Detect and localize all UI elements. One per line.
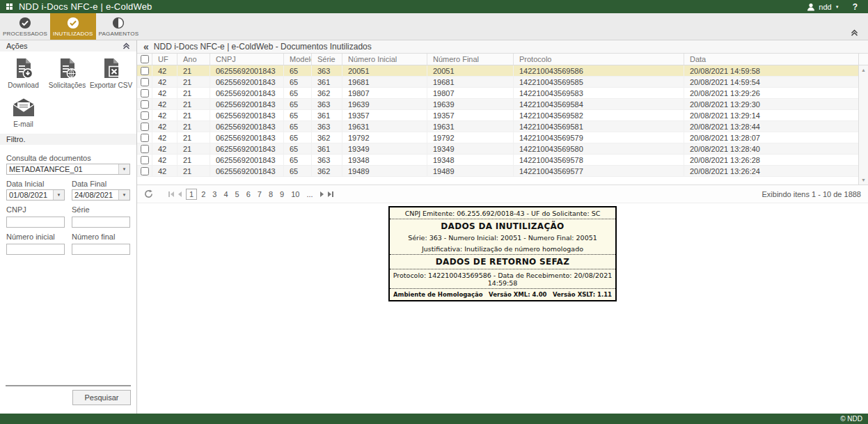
row-checkbox[interactable] <box>141 123 149 131</box>
column-header-uf[interactable]: UF <box>152 54 177 65</box>
apps-grid-icon[interactable] <box>6 3 13 10</box>
select-all-checkbox[interactable] <box>141 55 149 63</box>
pesquisar-button[interactable]: Pesquisar <box>72 390 131 405</box>
row-checkbox[interactable] <box>141 100 149 109</box>
page-button-6[interactable]: 6 <box>244 189 253 199</box>
table-row[interactable]: 4221062556920018436536219489194891422100… <box>137 166 868 177</box>
page-button-1[interactable]: 1 <box>186 189 197 200</box>
column-header-numero-inicial[interactable]: Número Inicial <box>342 54 427 65</box>
collapse-actions-icon[interactable] <box>123 42 130 49</box>
row-checkbox[interactable] <box>141 67 149 75</box>
user-name: ndd <box>819 3 831 11</box>
data-final-dropdown[interactable]: 24/08/2021 ▼ <box>72 189 130 201</box>
row-checkbox[interactable] <box>141 134 149 142</box>
first-page-button[interactable] <box>168 191 174 197</box>
sidebar: Ações Download <box>0 40 137 414</box>
table-row[interactable]: 4221062556920018436536119349193491422100… <box>137 143 868 155</box>
cell-ni: 19807 <box>342 88 427 98</box>
check-circle-icon <box>19 17 31 29</box>
cell-dt: 20/08/2021 13:28:40 <box>684 143 868 154</box>
download-action[interactable]: Download <box>1 57 45 89</box>
row-checkbox[interactable] <box>141 156 149 164</box>
page-button-4[interactable]: 4 <box>221 189 230 199</box>
column-header-protocolo[interactable]: Protocolo <box>514 54 684 65</box>
row-checkbox[interactable] <box>141 167 149 175</box>
preview-ambiente: Ambiente de Homologação <box>393 291 483 298</box>
next-page-button[interactable] <box>320 191 324 197</box>
page-button-3[interactable]: 3 <box>210 189 219 199</box>
row-checkbox[interactable] <box>141 89 149 97</box>
table-row[interactable]: 4221062556920018436536320051200511422100… <box>137 65 868 77</box>
solicitacoes-action[interactable]: Solicitações <box>45 57 89 89</box>
row-checkbox[interactable] <box>141 111 149 120</box>
data-inicial-dropdown[interactable]: 01/08/2021 ▼ <box>6 189 65 201</box>
cell-ser: 362 <box>312 88 342 98</box>
column-header-data[interactable]: Data <box>684 54 858 65</box>
numero-inicial-input[interactable] <box>6 244 65 255</box>
refresh-icon[interactable] <box>144 189 153 198</box>
collapse-sidebar-icon[interactable]: « <box>143 42 149 52</box>
chevron-down-icon[interactable]: ▼ <box>118 190 129 200</box>
table-row[interactable]: 4221062556920018436536319639196391422100… <box>137 99 868 110</box>
page-button-9[interactable]: 9 <box>277 189 287 199</box>
cell-ser: 361 <box>312 110 342 120</box>
cell-cnpj: 06255692001843 <box>210 132 284 143</box>
cell-ano: 21 <box>177 65 210 76</box>
page-button-8[interactable]: 8 <box>266 189 276 199</box>
column-header-serie[interactable]: Série <box>312 54 342 65</box>
scroll-up-icon[interactable]: ▲ <box>861 68 866 72</box>
collapse-toolbar-icon[interactable] <box>851 29 868 40</box>
page-button-2[interactable]: 2 <box>198 189 208 199</box>
user-menu[interactable]: ndd ▼ <box>807 3 839 11</box>
chevron-down-icon[interactable]: ▼ <box>53 190 64 200</box>
page-button-10[interactable]: 10 <box>288 189 302 199</box>
page-button-...[interactable]: ... <box>303 189 315 199</box>
filter-form: Consulta de documentos METADATANFCE_01 ▼… <box>0 145 136 259</box>
cell-cnpj: 06255692001843 <box>210 155 284 165</box>
numero-final-input[interactable] <box>72 244 130 255</box>
column-header-numero-final[interactable]: Número Final <box>427 54 514 65</box>
cell-ano: 21 <box>177 77 210 87</box>
tab-processados[interactable]: PROCESSADOS <box>0 13 50 40</box>
table-row[interactable]: 4221062556920018436536319348193481422100… <box>137 155 868 166</box>
serie-input[interactable] <box>72 217 130 228</box>
page-button-5[interactable]: 5 <box>232 189 242 199</box>
consulta-dropdown[interactable]: METADATANFCE_01 ▼ <box>6 164 130 175</box>
cell-mod: 65 <box>284 132 312 143</box>
tab-pagamentos[interactable]: PAGAMENTOS <box>96 13 142 40</box>
table-row[interactable]: 4221062556920018436536319631196311422100… <box>137 121 868 132</box>
row-checkbox-cell <box>137 65 152 76</box>
chevron-down-icon[interactable]: ▼ <box>118 164 129 174</box>
column-header-ano[interactable]: Ano <box>177 54 210 65</box>
column-header-modelo[interactable]: Modelo <box>284 54 312 65</box>
cell-ni: 19681 <box>342 77 427 87</box>
column-header-cnpj[interactable]: CNPJ <box>210 54 284 65</box>
page-button-7[interactable]: 7 <box>255 189 265 199</box>
preview-protocolo-line: Protocolo: 142210043569586 - Data de Rec… <box>390 269 615 289</box>
cell-ano: 21 <box>177 110 210 120</box>
help-button[interactable]: ? <box>853 2 858 12</box>
cell-pr: 142210043569582 <box>514 110 684 120</box>
table-row[interactable]: 4221062556920018436536119681196811422100… <box>137 77 868 88</box>
previous-page-button[interactable] <box>178 191 182 197</box>
scroll-down-icon[interactable]: ▼ <box>861 178 866 182</box>
cell-nf: 19792 <box>427 132 514 143</box>
table-row[interactable]: 4221062556920018436536119357193571422100… <box>137 110 868 121</box>
vertical-scrollbar[interactable]: ▲ ▼ <box>858 65 868 184</box>
last-page-button[interactable] <box>328 191 333 197</box>
table-row[interactable]: 4221062556920018436536219792197921422100… <box>137 132 868 143</box>
tab-inutilizados[interactable]: INUTILIZADOS <box>50 13 96 40</box>
cell-ser: 363 <box>312 155 342 165</box>
cell-ser: 363 <box>312 99 342 109</box>
cnpj-input[interactable] <box>6 217 65 228</box>
row-checkbox[interactable] <box>141 145 149 153</box>
cell-pr: 142210043569577 <box>514 166 684 176</box>
row-checkbox[interactable] <box>141 78 149 86</box>
email-action[interactable]: E-mail <box>1 97 45 128</box>
application-window: NDD i-Docs NFC-e | e-ColdWeb ndd ▼ ? PRO… <box>0 0 868 424</box>
cell-uf: 42 <box>152 143 177 154</box>
app-title: NDD i-Docs NFC-e | e-ColdWeb <box>19 1 152 12</box>
exportar-csv-action[interactable]: Exportar CSV <box>89 57 133 89</box>
table-row[interactable]: 4221062556920018436536219807198071422100… <box>137 88 868 99</box>
actions-grid: Download Solicitações <box>0 52 136 134</box>
